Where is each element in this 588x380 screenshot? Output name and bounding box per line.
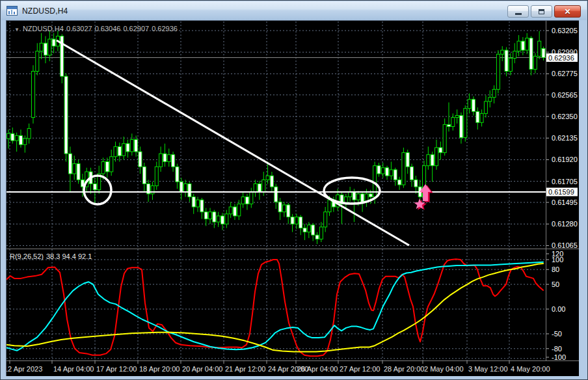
candle-body	[229, 207, 232, 214]
candle-body	[472, 100, 475, 112]
time-axis-label: 12 Apr 2023	[7, 365, 42, 373]
candle-body	[254, 183, 257, 191]
candle-body	[476, 111, 479, 122]
quote-low: 0.62907	[123, 25, 149, 33]
candle-body	[480, 113, 483, 122]
candle-body	[291, 217, 294, 224]
candle-body	[200, 200, 204, 212]
candle-body	[529, 38, 533, 70]
candle-body	[303, 228, 306, 232]
candle-body	[204, 212, 207, 219]
candle-body	[488, 98, 492, 102]
candle-body	[15, 135, 18, 141]
candle-body	[278, 202, 282, 211]
price-marker-label: 0.62936	[548, 54, 574, 62]
candle-body	[496, 54, 500, 89]
candle-body	[52, 39, 55, 46]
candle-body	[492, 89, 496, 97]
candle-body	[225, 214, 228, 224]
indicator-name: R(9,26,52)	[10, 252, 44, 260]
candle-body	[410, 167, 414, 180]
candle-body	[142, 167, 146, 183]
candle-body	[369, 194, 372, 197]
close-button[interactable]: ✕	[554, 5, 581, 18]
candle-body	[209, 212, 212, 219]
candle-body	[73, 164, 76, 174]
candle-body	[353, 192, 356, 200]
candle-body	[167, 155, 170, 162]
quote-symbol: NZDUSD,H4	[23, 25, 64, 33]
price-axis-label: 0.63205	[552, 27, 578, 34]
candle-body	[386, 168, 389, 176]
price-axis-label: 0.62350	[552, 113, 578, 120]
candle-body	[217, 216, 220, 222]
candle-body	[40, 43, 43, 51]
minimize-button[interactable]	[507, 5, 529, 18]
candle-body	[180, 182, 183, 191]
candle-body	[245, 197, 248, 204]
window-title: NZDUSD,H4	[22, 7, 68, 16]
candle-body	[139, 152, 142, 167]
indicator-axis-label: 50	[552, 280, 559, 288]
candle-body	[349, 192, 352, 197]
candle-body	[151, 186, 154, 194]
candle-body	[513, 51, 516, 59]
candle-body	[266, 176, 269, 180]
chart-canvas[interactable]: 0.632050.629900.627750.625650.623500.621…	[7, 21, 579, 376]
candle-body	[77, 164, 80, 180]
symbol-dropdown-icon[interactable]: ▼	[14, 27, 20, 33]
indicator-label: R(9,26,52)38.3 94.4 92.1	[10, 252, 94, 260]
candle-body	[390, 170, 393, 176]
restore-button[interactable]	[531, 5, 552, 18]
candle-body	[464, 109, 467, 138]
candle-body	[163, 154, 167, 161]
candle-body	[184, 183, 187, 191]
quote-open: 0.63027	[66, 25, 92, 33]
time-axis-label: 17 Apr 12:00	[96, 365, 137, 373]
candle-body	[447, 124, 450, 126]
candle-body	[427, 155, 430, 166]
close-icon: ✕	[564, 8, 570, 16]
candle-body	[213, 212, 216, 222]
candle-body	[105, 162, 109, 172]
time-axis-label: 14 Apr 04:00	[53, 365, 94, 373]
time-axis-label: 2 May 04:00	[424, 365, 464, 373]
quote-line: ▼NZDUSD,H40.630270.630460.629070.62936	[14, 25, 180, 33]
indicator-axis-label: 100	[552, 256, 563, 264]
candle-body	[402, 153, 405, 185]
app-window: NZDUSD,H4 ✕ 0.632050.629900.627750.62565…	[0, 0, 588, 380]
candle-body	[44, 43, 47, 55]
candle-body	[319, 227, 323, 239]
candle-body	[435, 148, 438, 166]
indicator-line-red	[7, 259, 543, 356]
candle-body	[68, 154, 72, 174]
candle-body	[274, 187, 278, 202]
indicator-axis-label: -100	[552, 353, 566, 361]
time-axis-label: 27 Apr 12:00	[340, 365, 380, 373]
candle-body	[398, 180, 401, 185]
candle-body	[196, 200, 200, 207]
quote-close: 0.62936	[152, 25, 178, 33]
candle-body	[509, 58, 512, 71]
chart-window-icon	[7, 6, 18, 16]
candle-body	[27, 129, 31, 139]
time-axis-label: 26 Apr 04:00	[297, 365, 338, 373]
candle-body	[101, 162, 105, 174]
indicator-axis-label: 80	[552, 265, 559, 273]
candle-body	[443, 124, 446, 152]
candle-body	[11, 133, 14, 141]
candle-body	[505, 50, 508, 71]
price-axis-label: 0.62775	[552, 70, 578, 77]
candle-body	[110, 157, 113, 172]
candle-body	[455, 115, 459, 117]
price-axis-label: 0.61280	[552, 220, 578, 228]
candle-body	[221, 216, 224, 224]
candle-body	[381, 168, 384, 174]
indicator-axis-label: -80	[552, 345, 562, 353]
candle-body	[451, 118, 455, 127]
candle-body	[126, 144, 129, 152]
candle-body	[237, 204, 241, 216]
title-bar[interactable]: NZDUSD,H4 ✕	[1, 1, 587, 20]
candle-body	[114, 146, 117, 156]
time-axis-label: 21 Apr 12:00	[225, 365, 265, 373]
